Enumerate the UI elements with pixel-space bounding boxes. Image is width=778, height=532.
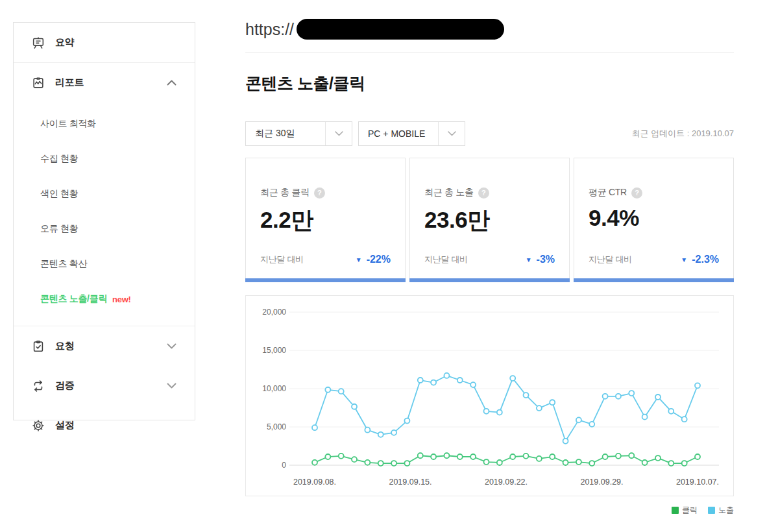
- report-chart-icon: [30, 75, 46, 91]
- divider: [245, 52, 734, 53]
- sidebar-item-label: 요청: [55, 340, 74, 352]
- sidebar-subitem-collection-status[interactable]: 수집 현황: [14, 141, 195, 176]
- card-accent-bar: [245, 278, 406, 282]
- stat-card-total-impressions: 최근 총 노출 ? 23.6만 지난달 대비 ▼ -3%: [409, 158, 570, 282]
- stat-card-total-clicks: 최근 총 클릭 ? 2.2만 지난달 대비 ▼ -22%: [245, 158, 406, 282]
- stat-card-average-ctr: 평균 CTR ? 9.4% 지난달 대비 ▼ -2.3%: [574, 158, 734, 282]
- legend-item-clicks: 클릭: [672, 505, 698, 516]
- triangle-down-icon: ▼: [526, 256, 532, 263]
- delta-value: -2.3%: [692, 254, 719, 265]
- chevron-down-icon[interactable]: [167, 383, 176, 389]
- chevron-down-icon: [325, 122, 352, 145]
- sidebar-subitem-content-spread[interactable]: 콘텐츠 확산: [14, 247, 195, 282]
- sidebar: 요약 리포트 사이트 최적화 수집 현황 색인 현황 오류 현황 콘텐츠 확: [13, 22, 195, 420]
- compare-label: 지난달 대비: [424, 254, 468, 265]
- subitem-label: 오류 현황: [40, 223, 78, 235]
- legend-swatch-impressions: [708, 507, 715, 514]
- subitem-label: 콘텐츠 확산: [40, 258, 87, 270]
- delta-value: -3%: [537, 254, 555, 265]
- sidebar-item-label: 설정: [55, 419, 74, 431]
- chevron-down-icon[interactable]: [167, 343, 176, 349]
- help-icon[interactable]: ?: [314, 187, 325, 199]
- report-submenu: 사이트 최적화 수집 현황 색인 현황 오류 현황 콘텐츠 확산 콘텐츠 노출/…: [14, 103, 195, 326]
- help-icon[interactable]: ?: [478, 187, 489, 199]
- svg-text:20,000: 20,000: [262, 308, 286, 317]
- legend-label: 노출: [718, 505, 734, 516]
- controls-row: 최근 30일 PC + MOBILE 최근 업데이트 : 2019.10.07: [245, 121, 734, 146]
- sidebar-item-label: 검증: [55, 380, 74, 392]
- device-select[interactable]: PC + MOBILE: [358, 121, 465, 146]
- clipboard-check-icon: [30, 339, 46, 354]
- chevron-up-icon[interactable]: [167, 80, 176, 86]
- line-chart: 05,00010,00015,00020,0002019.09.08.2019.…: [246, 296, 733, 496]
- stat-card-value: 23.6만: [424, 205, 555, 236]
- help-icon[interactable]: ?: [631, 187, 642, 199]
- page-title: 콘텐츠 노출/클릭: [245, 73, 365, 94]
- compare-label: 지난달 대비: [589, 254, 632, 265]
- svg-text:0: 0: [282, 461, 286, 470]
- delta-badge: ▼ -22%: [356, 254, 391, 265]
- stat-card-value: 2.2만: [260, 205, 391, 236]
- stat-card-label: 최근 총 클릭: [260, 187, 310, 199]
- triangle-down-icon: ▼: [681, 256, 687, 263]
- impressions-clicks-chart-panel: 05,00010,00015,00020,0002019.09.08.2019.…: [245, 295, 734, 496]
- sidebar-subitem-error-status[interactable]: 오류 현황: [14, 212, 195, 247]
- gear-icon: [30, 418, 46, 433]
- compare-label: 지난달 대비: [260, 254, 304, 265]
- triangle-down-icon: ▼: [356, 256, 362, 263]
- sidebar-item-label: 요약: [55, 36, 74, 49]
- card-accent-bar: [574, 278, 734, 282]
- delta-badge: ▼ -2.3%: [681, 254, 719, 265]
- sidebar-item-verify[interactable]: 검증: [14, 366, 195, 405]
- svg-text:2019.10.07.: 2019.10.07.: [676, 478, 719, 487]
- svg-text:2019.09.29.: 2019.09.29.: [580, 478, 623, 487]
- last-updated-text: 최근 업데이트 : 2019.10.07: [631, 128, 734, 139]
- legend-item-impressions: 노출: [708, 505, 734, 516]
- svg-text:2019.09.22.: 2019.09.22.: [485, 478, 528, 487]
- legend-label: 클릭: [682, 505, 698, 516]
- subitem-label: 수집 현황: [40, 153, 78, 165]
- stat-card-label: 최근 총 노출: [424, 187, 474, 199]
- device-select-value: PC + MOBILE: [359, 122, 438, 145]
- svg-text:15,000: 15,000: [262, 346, 286, 355]
- sidebar-item-settings[interactable]: 설정: [14, 405, 195, 445]
- legend-swatch-clicks: [672, 507, 679, 514]
- chevron-down-icon: [438, 122, 465, 145]
- repeat-arrows-icon: [30, 378, 46, 394]
- subitem-label: 사이트 최적화: [40, 118, 96, 130]
- sidebar-subitem-index-status[interactable]: 색인 현황: [14, 176, 195, 212]
- sidebar-item-label: 리포트: [55, 77, 84, 89]
- new-badge: new!: [112, 295, 130, 304]
- site-url-row: https://: [245, 19, 504, 40]
- svg-text:10,000: 10,000: [262, 384, 286, 393]
- subitem-label: 색인 현황: [40, 188, 78, 200]
- sidebar-item-summary[interactable]: 요약: [14, 23, 195, 62]
- card-accent-bar: [409, 278, 570, 282]
- presentation-board-icon: [30, 35, 46, 51]
- stat-cards-row: 최근 총 클릭 ? 2.2만 지난달 대비 ▼ -22% 최근 총 노출 ? 2…: [245, 158, 734, 282]
- delta-badge: ▼ -3%: [526, 254, 555, 265]
- redacted-url: [297, 19, 504, 40]
- sidebar-item-request[interactable]: 요청: [14, 326, 195, 366]
- svg-text:5,000: 5,000: [267, 422, 286, 431]
- url-prefix: https://: [245, 20, 294, 39]
- svg-text:2019.09.15.: 2019.09.15.: [389, 478, 432, 487]
- sidebar-subitem-content-impressions-clicks[interactable]: 콘텐츠 노출/클릭 new!: [14, 282, 195, 317]
- period-select-value: 최근 30일: [246, 122, 325, 145]
- sidebar-item-report[interactable]: 리포트: [14, 63, 195, 103]
- svg-text:2019.09.08.: 2019.09.08.: [293, 478, 336, 487]
- stat-card-value: 9.4%: [589, 205, 719, 231]
- sidebar-subitem-site-optimization[interactable]: 사이트 최적화: [14, 106, 195, 141]
- period-select[interactable]: 최근 30일: [245, 121, 352, 146]
- stat-card-label: 평균 CTR: [589, 187, 627, 199]
- delta-value: -22%: [367, 254, 391, 265]
- chart-legend: 클릭 노출: [245, 505, 734, 516]
- subitem-label: 콘텐츠 노출/클릭: [40, 293, 107, 305]
